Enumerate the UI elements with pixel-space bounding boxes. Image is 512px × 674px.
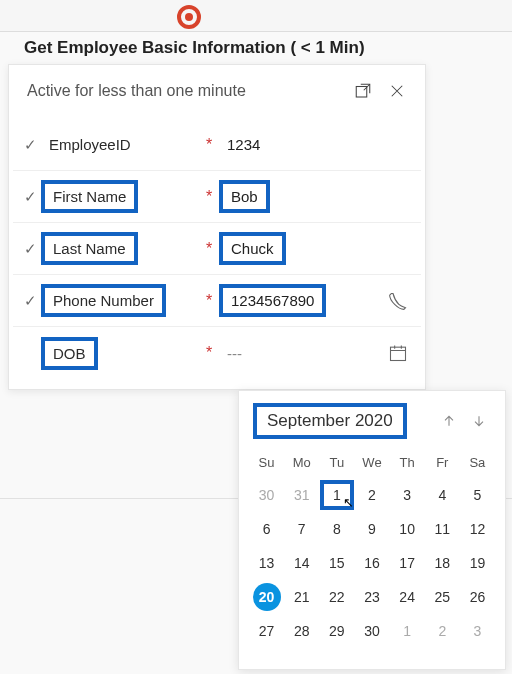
panel-subtitle: Active for less than one minute [27, 82, 246, 100]
svg-rect-0 [356, 87, 367, 98]
phone-icon[interactable] [381, 291, 415, 311]
calendar-day[interactable]: 14 [284, 548, 319, 578]
dow-label: Th [390, 449, 425, 476]
field-phone: ✓ Phone Number * 1234567890 [13, 275, 421, 327]
calendar-day[interactable]: 3 [390, 480, 425, 510]
target-icon [177, 5, 201, 29]
field-label: Last Name [41, 232, 138, 265]
calendar-day[interactable]: 2 [425, 616, 460, 646]
field-value[interactable]: 1234 [219, 132, 268, 157]
field-value[interactable]: 1234567890 [219, 284, 326, 317]
calendar-day[interactable]: 19 [460, 548, 495, 578]
calendar-day[interactable]: 10 [390, 514, 425, 544]
field-first-name: ✓ First Name * Bob [13, 171, 421, 223]
svg-rect-1 [391, 347, 406, 360]
check-icon: ✓ [19, 292, 41, 310]
breadcrumb-title: Get Employee Basic Information [24, 38, 286, 57]
close-icon[interactable] [387, 81, 407, 101]
calendar-day[interactable]: 3 [460, 616, 495, 646]
calendar-day[interactable]: 18 [425, 548, 460, 578]
next-month-button[interactable] [467, 409, 491, 433]
calendar-day[interactable]: 2 [354, 480, 389, 510]
calendar-day[interactable]: 6 [249, 514, 284, 544]
calendar-grid: SuMoTuWeThFrSa30311↖23456789101112131415… [249, 449, 495, 646]
required-asterisk: * [199, 292, 219, 310]
dow-label: Sa [460, 449, 495, 476]
calendar-day[interactable]: 20 [253, 583, 281, 611]
calendar-day[interactable]: 27 [249, 616, 284, 646]
calendar-day[interactable]: 31 [284, 480, 319, 510]
field-label: Phone Number [41, 284, 166, 317]
calendar-day[interactable]: 5 [460, 480, 495, 510]
calendar-day[interactable]: 12 [460, 514, 495, 544]
dow-label: Fr [425, 449, 460, 476]
date-picker: September 2020 SuMoTuWeThFrSa30311↖23456… [238, 390, 506, 670]
required-asterisk: * [199, 188, 219, 206]
calendar-day[interactable]: 17 [390, 548, 425, 578]
calendar-day[interactable]: 28 [284, 616, 319, 646]
fields-list: ✓ EmployeeID * 1234 ✓ First Name * Bob ✓… [9, 111, 425, 379]
check-icon: ✓ [19, 188, 41, 206]
check-icon: ✓ [19, 136, 41, 154]
calendar-day[interactable]: 22 [319, 582, 354, 612]
field-value[interactable]: Bob [219, 180, 270, 213]
field-label: EmployeeID [41, 132, 139, 157]
required-asterisk: * [199, 240, 219, 258]
breadcrumb-duration: ( < 1 Min) [286, 38, 365, 57]
calendar-day[interactable]: 15 [319, 548, 354, 578]
calendar-day[interactable]: 11 [425, 514, 460, 544]
field-value[interactable]: --- [219, 341, 250, 366]
calendar-day[interactable]: 7 [284, 514, 319, 544]
calendar-day[interactable]: 13 [249, 548, 284, 578]
check-icon: ✓ [19, 240, 41, 258]
task-panel: Active for less than one minute ✓ Employ… [8, 64, 426, 390]
calendar-day[interactable]: 1 [390, 616, 425, 646]
dow-label: We [354, 449, 389, 476]
calendar-day[interactable]: 4 [425, 480, 460, 510]
mouse-cursor-icon: ↖ [343, 492, 354, 514]
calendar-day[interactable]: 25 [425, 582, 460, 612]
dow-label: Mo [284, 449, 319, 476]
field-label: DOB [41, 337, 98, 370]
breadcrumb: Get Employee Basic Information ( < 1 Min… [24, 38, 512, 58]
calendar-day[interactable]: 8 [319, 514, 354, 544]
calendar-day[interactable]: 24 [390, 582, 425, 612]
calendar-day[interactable]: 16 [354, 548, 389, 578]
calendar-day[interactable]: 26 [460, 582, 495, 612]
field-employee-id: ✓ EmployeeID * 1234 [13, 119, 421, 171]
field-value[interactable]: Chuck [219, 232, 286, 265]
field-dob: DOB * --- [13, 327, 421, 379]
calendar-day[interactable]: 1↖ [319, 480, 354, 510]
calendar-day[interactable]: 30 [249, 480, 284, 510]
dow-label: Su [249, 449, 284, 476]
calendar-day[interactable]: 29 [319, 616, 354, 646]
required-asterisk: * [199, 136, 219, 154]
panel-header: Active for less than one minute [9, 65, 425, 111]
calendar-icon[interactable] [381, 343, 415, 363]
required-asterisk: * [199, 344, 219, 362]
calendar-day[interactable]: 9 [354, 514, 389, 544]
popout-icon[interactable] [353, 81, 373, 101]
prev-month-button[interactable] [437, 409, 461, 433]
app-top-bar [0, 0, 512, 32]
calendar-day[interactable]: 21 [284, 582, 319, 612]
dow-label: Tu [319, 449, 354, 476]
calendar-day[interactable]: 30 [354, 616, 389, 646]
field-label: First Name [41, 180, 138, 213]
month-year-label[interactable]: September 2020 [253, 403, 407, 439]
field-last-name: ✓ Last Name * Chuck [13, 223, 421, 275]
calendar-day[interactable]: 23 [354, 582, 389, 612]
